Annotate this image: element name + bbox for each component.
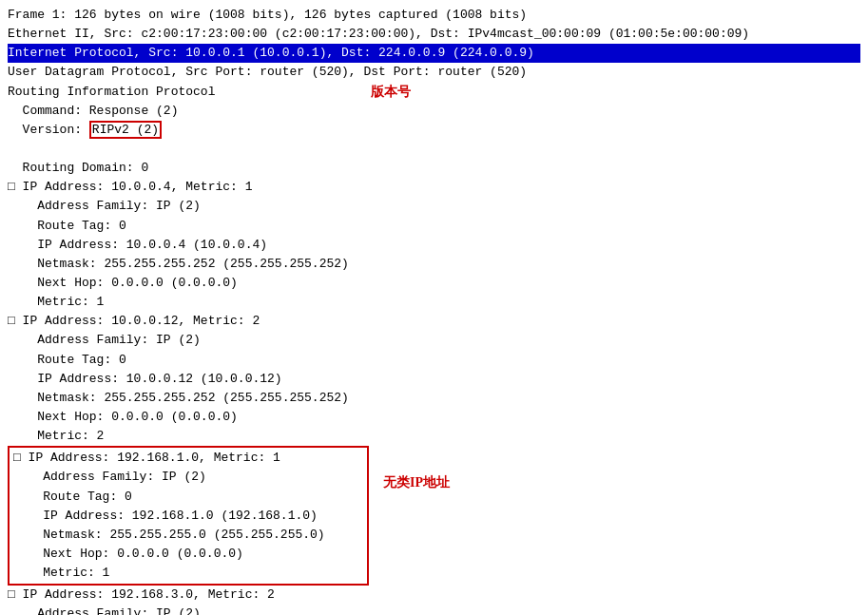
ip-block4-header: □ IP Address: 192.168.3.0, Metric: 2 [8, 586, 860, 605]
command-line: Command: Response (2) [8, 102, 860, 121]
ip-block3-netmask: Netmask: 255.255.255.0 (255.255.255.0) [13, 526, 363, 545]
ip-block3-tag: Route Tag: 0 [13, 488, 363, 507]
ip-block3-container: □ IP Address: 192.168.1.0, Metric: 1 Add… [8, 446, 860, 586]
ethernet-line: Ethernet II, Src: c2:00:17:23:00:00 (c2:… [8, 25, 860, 44]
udp-line: User Datagram Protocol, Src Port: router… [8, 63, 860, 82]
routing-domain-line: Routing Domain: 0 [8, 159, 860, 178]
classless-annotation: 无类IP地址 [383, 474, 450, 491]
version-line: Version: RIPv2 (2) [8, 121, 860, 159]
ip-block3-header: □ IP Address: 192.168.1.0, Metric: 1 [13, 449, 363, 468]
ip-block4-family: Address Family: IP (2) [8, 605, 860, 615]
ip-block1-netmask: Netmask: 255.255.255.252 (255.255.255.25… [8, 255, 860, 274]
main-container: Frame 1: 126 bytes on wire (1008 bits), … [0, 0, 868, 615]
ip-block1-nexthop: Next Hop: 0.0.0.0 (0.0.0.0) [8, 274, 860, 293]
ip-block1-tag: Route Tag: 0 [8, 217, 860, 236]
ip-block2-tag: Route Tag: 0 [8, 351, 860, 370]
ip-block3-address: IP Address: 192.168.1.0 (192.168.1.0) [13, 507, 363, 526]
version-box: RIPv2 (2) [89, 121, 162, 139]
ip-block1-address: IP Address: 10.0.0.4 (10.0.0.4) [8, 236, 860, 255]
rip-line: Routing Information Protocol [8, 83, 860, 102]
packet-frame-line: Frame 1: 126 bytes on wire (1008 bits), … [8, 6, 860, 25]
ip-block2-nexthop: Next Hop: 0.0.0.0 (0.0.0.0) [8, 408, 860, 427]
ip-block3-redbox: □ IP Address: 192.168.1.0, Metric: 1 Add… [8, 446, 369, 586]
ip-block2-metric: Metric: 2 [8, 427, 860, 446]
ip-block1-metric: Metric: 1 [8, 293, 860, 312]
ip-block3-metric: Metric: 1 [13, 564, 363, 583]
ip-block2-netmask: Netmask: 255.255.255.252 (255.255.255.25… [8, 389, 860, 408]
ip-block2-header: □ IP Address: 10.0.0.12, Metric: 2 [8, 312, 860, 331]
ip-block2-family: Address Family: IP (2) [8, 331, 860, 350]
ip-block2-address: IP Address: 10.0.0.12 (10.0.0.12) [8, 370, 860, 389]
ip-block3-nexthop: Next Hop: 0.0.0.0 (0.0.0.0) [13, 545, 363, 564]
ip-block1-family: Address Family: IP (2) [8, 197, 860, 216]
ip-block3-family: Address Family: IP (2) [13, 468, 363, 487]
ip-protocol-line: Internet Protocol, Src: 10.0.0.1 (10.0.0… [8, 44, 860, 63]
ip-block1-header: □ IP Address: 10.0.0.4, Metric: 1 [8, 178, 860, 197]
